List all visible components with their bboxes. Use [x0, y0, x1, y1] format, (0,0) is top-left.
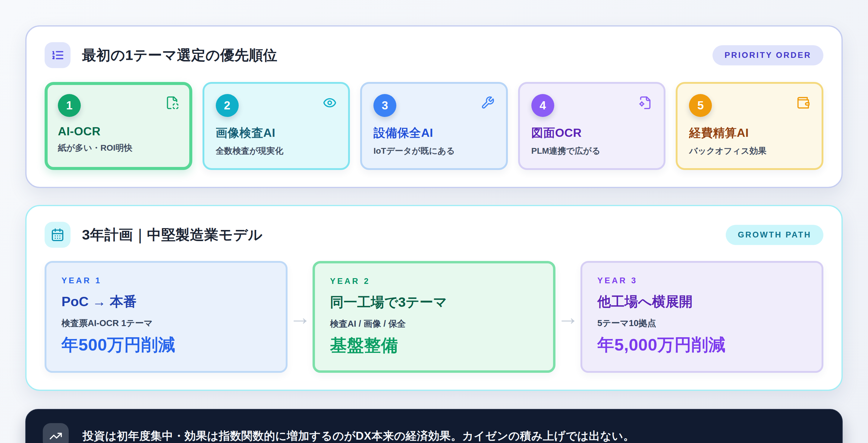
priority-card-ai-ocr[interactable]: 1 AI-OCR 紙が多い・ROI明快 [44, 82, 192, 170]
priority-section: 最初の1テーマ選定の優先順位 PRIORITY ORDER 1 [25, 25, 843, 188]
priority-card-drawing-ocr[interactable]: 4 図面OCR PLM連携で広がる [518, 82, 666, 170]
year-3-metric: 年5,000万円削減 [597, 334, 807, 356]
file-cog-icon [638, 96, 652, 110]
priority-section-title: 最初の1テーマ選定の優先順位 [82, 46, 278, 65]
slide-canvas: 最初の1テーマ選定の優先順位 PRIORITY ORDER 1 [0, 0, 868, 443]
year-cards-row: YEAR 1 PoC → 本番 検査票AI-OCR 1テーマ 年500万円削減 … [44, 261, 824, 373]
priority-card-title: 経費精算AI [689, 125, 810, 141]
rank-2-badge: 2 [216, 94, 239, 117]
priority-card-title: 画像検査AI [216, 125, 337, 141]
rank-1-badge: 1 [58, 94, 81, 117]
file-scan-icon [165, 96, 179, 110]
year-1-subtitle: 検査票AI-OCR 1テーマ [61, 317, 271, 329]
year-3-label: YEAR 3 [597, 276, 807, 285]
year-2-subtitle: 検査AI / 画像 / 保全 [330, 318, 538, 330]
priority-card-subtitle: バックオフィス効果 [689, 145, 810, 157]
priority-card-image-inspection-ai[interactable]: 2 画像検査AI 全数検査が現実化 [203, 82, 350, 170]
year-2-label: YEAR 2 [330, 277, 538, 286]
year-3-title: 他工場へ横展開 [597, 293, 807, 311]
priority-card-title: 設備保全AI [373, 125, 495, 141]
priority-order-badge: PRIORITY ORDER [712, 45, 824, 65]
wrench-icon [481, 96, 495, 110]
priority-card-expense-ai[interactable]: 5 経費精算AI バックオフィス効果 [676, 82, 824, 170]
growth-path-badge: GROWTH PATH [726, 225, 824, 245]
growth-plan-header: 3年計画｜中堅製造業モデル GROWTH PATH [44, 222, 824, 248]
priority-card-title: 図面OCR [531, 125, 652, 141]
priority-section-header: 最初の1テーマ選定の優先順位 PRIORITY ORDER [44, 42, 824, 68]
calendar-icon [44, 222, 70, 248]
rank-3-badge: 3 [373, 94, 396, 117]
year-2-title: 同一工場で3テーマ [330, 293, 538, 311]
key-message-text: 投資は初年度集中・効果は指数関数的に増加するのがDX本来の経済効果。カイゼンの積… [83, 429, 634, 443]
growth-plan-title: 3年計画｜中堅製造業モデル [82, 225, 262, 244]
wallet-icon [796, 96, 810, 110]
priority-card-equipment-maintenance-ai[interactable]: 3 設備保全AI IoTデータが既にある [360, 82, 508, 170]
arrow-right-icon: → [555, 261, 581, 373]
priority-card-subtitle: 全数検査が現実化 [216, 145, 337, 157]
year-3-card: YEAR 3 他工場へ横展開 5テーマ10拠点 年5,000万円削減 [581, 261, 824, 373]
growth-plan-section: 3年計画｜中堅製造業モデル GROWTH PATH YEAR 1 PoC → 本… [25, 205, 843, 391]
arrow-right-icon: → [287, 261, 313, 373]
year-3-subtitle: 5テーマ10拠点 [597, 317, 807, 329]
eye-icon [323, 96, 337, 110]
list-ordered-icon [44, 42, 70, 68]
rank-4-badge: 4 [531, 94, 554, 117]
priority-card-title: AI-OCR [58, 125, 179, 138]
year-1-card: YEAR 1 PoC → 本番 検査票AI-OCR 1テーマ 年500万円削減 [44, 261, 287, 373]
year-2-metric: 基盤整備 [330, 334, 538, 357]
year-2-card: YEAR 2 同一工場で3テーマ 検査AI / 画像 / 保全 基盤整備 [313, 261, 555, 373]
trending-up-icon [43, 423, 69, 443]
rank-5-badge: 5 [689, 94, 712, 117]
year-1-label: YEAR 1 [61, 276, 271, 285]
priority-card-subtitle: 紙が多い・ROI明快 [58, 142, 179, 154]
year-1-metric: 年500万円削減 [61, 334, 271, 356]
priority-card-subtitle: IoTデータが既にある [373, 145, 495, 157]
priority-card-subtitle: PLM連携で広がる [531, 145, 652, 157]
priority-cards-row: 1 AI-OCR 紙が多い・ROI明快 2 [44, 82, 824, 170]
year-1-title: PoC → 本番 [61, 293, 271, 311]
key-message-banner: 投資は初年度集中・効果は指数関数的に増加するのがDX本来の経済効果。カイゼンの積… [25, 409, 843, 443]
